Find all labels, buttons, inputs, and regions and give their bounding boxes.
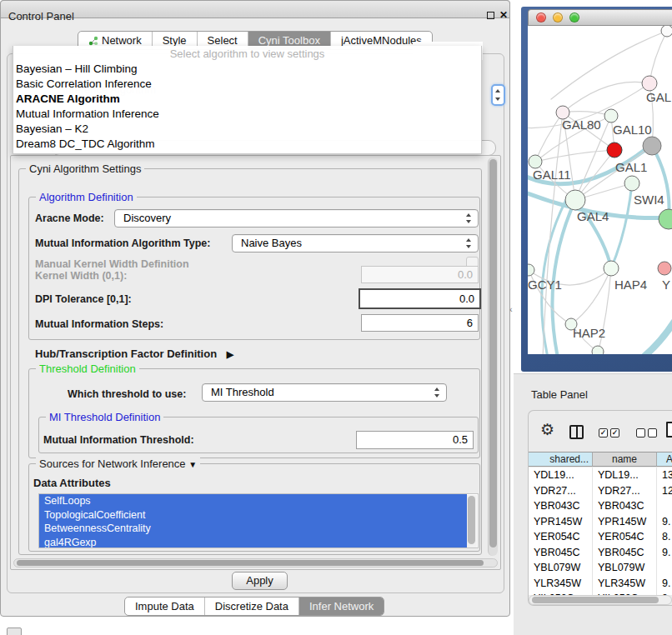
list-item-selected[interactable]: gal4RGexp xyxy=(39,536,467,549)
popup-item[interactable]: Bayesian – K2 xyxy=(13,122,481,137)
list-item-selected[interactable]: BetweennessCentrality xyxy=(39,522,467,536)
cell-name[interactable]: YLR345W xyxy=(598,576,653,592)
network-node[interactable] xyxy=(604,109,618,122)
checked-checkbox-icon[interactable]: ✓ xyxy=(610,428,619,438)
tab-discretize-data[interactable]: Discretize Data xyxy=(204,598,298,615)
popup-item[interactable]: Basic Correlation Inference xyxy=(13,77,481,92)
cell-name[interactable]: YBR045C xyxy=(598,545,653,561)
mi-type-select[interactable]: Naive Bayes xyxy=(232,234,479,252)
popup-item[interactable]: Dream8 DC_TDC Algorithm xyxy=(13,137,481,152)
partial-corner-button[interactable] xyxy=(7,628,22,635)
cell-shared[interactable]: YBR045C xyxy=(534,545,594,561)
cell-shared[interactable]: YPR145W xyxy=(534,514,594,530)
network-node[interactable] xyxy=(592,346,604,354)
table-row[interactable]: YBR045CYBR045C9. xyxy=(529,545,672,561)
checked-checkbox-icon[interactable]: ✓ xyxy=(599,428,608,438)
close-icon[interactable]: ✕ xyxy=(499,9,508,21)
list-item-selected[interactable]: SelfLoops xyxy=(39,494,467,508)
cell-value[interactable]: 8. xyxy=(662,529,672,545)
column-header-name[interactable]: name xyxy=(593,452,657,467)
network-node[interactable] xyxy=(528,264,534,276)
table-row[interactable]: YLR345WYLR345W9. xyxy=(529,576,672,592)
column-header-shared[interactable]: shared... xyxy=(529,452,593,467)
expander-arrow-down-icon[interactable]: ▼ xyxy=(188,460,197,469)
settings-horizontal-scrollbar[interactable] xyxy=(13,558,498,568)
cell-value[interactable]: 9. xyxy=(662,514,672,530)
scrollbar-thumb[interactable] xyxy=(532,597,659,603)
table-row[interactable]: YBR043CYBR043C xyxy=(529,498,672,514)
network-node[interactable] xyxy=(565,190,585,210)
tab-infer-network[interactable]: Infer Network xyxy=(298,598,384,615)
popup-item[interactable]: Mutual Information Inference xyxy=(13,107,481,122)
network-node[interactable] xyxy=(604,261,619,276)
network-node[interactable] xyxy=(661,26,672,37)
network-node[interactable] xyxy=(659,209,672,229)
table-row[interactable]: YER054CYER054C8. xyxy=(529,529,672,545)
group-title: Algorithm Definition xyxy=(36,191,137,203)
table-row[interactable]: YDL19...YDL19...13 xyxy=(529,468,672,483)
column-header-partial[interactable]: A xyxy=(657,452,672,467)
list-vertical-scrollbar[interactable] xyxy=(467,495,477,548)
cell-name[interactable]: YBL079W xyxy=(598,560,653,576)
scrollbar-thumb[interactable] xyxy=(17,560,484,566)
cell-name[interactable]: YER054C xyxy=(598,529,653,545)
which-threshold-select[interactable]: MI Threshold xyxy=(202,383,447,402)
scrollbar-thumb[interactable] xyxy=(489,159,497,548)
close-traffic-light-icon[interactable] xyxy=(536,12,546,22)
file-icon[interactable] xyxy=(666,422,672,438)
cell-value[interactable]: 12 xyxy=(662,483,672,499)
float-window-icon[interactable] xyxy=(487,12,494,19)
network-edge xyxy=(598,268,611,354)
table-horizontal-scrollbar[interactable] xyxy=(529,595,672,605)
network-node[interactable] xyxy=(642,76,657,91)
cell-name[interactable]: YBR043C xyxy=(598,498,653,514)
aracne-mode-select[interactable]: Discovery xyxy=(114,209,479,228)
control-panel-titlebar[interactable] xyxy=(0,0,510,18)
network-node[interactable] xyxy=(607,142,622,158)
apply-button[interactable]: Apply xyxy=(232,572,288,590)
mi-threshold-field[interactable]: 0.5 xyxy=(356,431,474,449)
popup-item[interactable]: Bayesian – Hill Climbing xyxy=(13,62,481,77)
unchecked-checkbox-icon[interactable] xyxy=(648,428,657,438)
gear-icon[interactable]: ⚙ xyxy=(540,421,554,439)
hub-definition-expander[interactable]: Hub/Transcription Factor Definition ▶ xyxy=(35,348,233,360)
cell-shared[interactable]: YBR043C xyxy=(534,498,594,514)
settings-vertical-scrollbar[interactable] xyxy=(488,158,498,556)
network-canvas[interactable]: GALGAL80GAL10GAL1SWI4GAL11GAL4HAP4YGCY1H… xyxy=(528,26,672,354)
dpi-tolerance-field[interactable]: 0.0 xyxy=(359,288,481,309)
cell-value[interactable]: 9. xyxy=(662,576,672,592)
mi-steps-field[interactable]: 6 xyxy=(361,314,479,332)
control-panel-title: Control Panel xyxy=(8,10,74,22)
unchecked-checkbox-icon[interactable] xyxy=(636,428,645,438)
table-row[interactable]: YDR27...YDR27...12 xyxy=(529,483,672,499)
split-pane-collapse-icon[interactable]: ‹ xyxy=(509,304,513,314)
cell-shared[interactable]: YDR27... xyxy=(534,483,594,499)
cell-value[interactable]: 9. xyxy=(662,545,672,561)
kernel-width-field[interactable]: 0.0 xyxy=(361,266,479,283)
data-attributes-list[interactable]: SelfLoops TopologicalCoefficient Between… xyxy=(38,493,479,548)
network-node[interactable] xyxy=(658,262,671,275)
cell-name[interactable]: YDR27... xyxy=(598,483,653,499)
cell-shared[interactable]: YDL19... xyxy=(534,468,594,483)
network-node[interactable] xyxy=(529,155,542,168)
table-row[interactable]: YBL079WYBL079W xyxy=(529,560,672,576)
scrollbar-thumb[interactable] xyxy=(468,496,475,544)
network-node[interactable] xyxy=(624,176,639,191)
network-node[interactable] xyxy=(643,137,661,155)
network-view-window[interactable]: GALGAL80GAL10GAL1SWI4GAL11GAL4HAP4YGCY1H… xyxy=(521,7,672,372)
cell-name[interactable]: YDL19... xyxy=(598,468,653,483)
network-window-titlebar[interactable] xyxy=(528,9,672,26)
cell-name[interactable]: YPR145W xyxy=(598,514,653,530)
tab-impute-data[interactable]: Impute Data xyxy=(125,598,204,615)
cell-shared[interactable]: YBL079W xyxy=(534,560,594,576)
list-item-selected[interactable]: TopologicalCoefficient xyxy=(39,508,467,522)
cell-value[interactable]: 13 xyxy=(662,468,672,483)
columns-icon[interactable] xyxy=(569,425,584,439)
cell-shared[interactable]: YER054C xyxy=(534,529,594,545)
zoom-traffic-light-icon[interactable] xyxy=(569,12,579,22)
minimize-traffic-light-icon[interactable] xyxy=(553,12,563,22)
popup-item-selected[interactable]: ARACNE Algorithm xyxy=(13,92,481,107)
focused-combo-arrow-fragment[interactable] xyxy=(491,84,505,106)
table-row[interactable]: YPR145WYPR145W9. xyxy=(529,514,672,530)
cell-shared[interactable]: YLR345W xyxy=(534,576,594,592)
